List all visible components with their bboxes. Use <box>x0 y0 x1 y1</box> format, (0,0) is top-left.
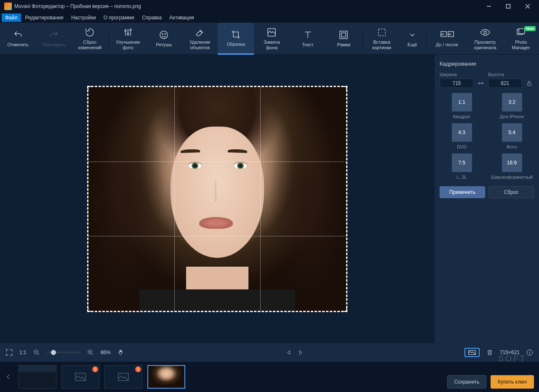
eye-icon <box>480 27 490 38</box>
ratio-label: DVD <box>457 144 467 149</box>
width-input[interactable] <box>440 79 474 88</box>
insert-icon <box>377 27 387 38</box>
filmstrip-prev[interactable] <box>3 365 13 389</box>
ratio-item-3-2[interactable]: 3:2Для iPhone <box>490 93 534 119</box>
menu-help[interactable]: Справка <box>139 13 165 22</box>
svg-marker-37 <box>287 350 290 354</box>
width-label: Ширина <box>440 72 474 77</box>
enhance-button[interactable]: Улучшение фото <box>110 23 146 55</box>
toolbar-separator <box>426 28 426 49</box>
crop-panel: Кадрирование Ширина Высота 1:1Квадрат3:2… <box>435 55 539 343</box>
undo-button[interactable]: Отменить <box>0 23 36 55</box>
reset-icon <box>85 27 95 38</box>
reset-button[interactable]: Сброс изменений <box>72 23 108 55</box>
thumbnail-1[interactable] <box>19 365 56 389</box>
photo-container[interactable] <box>87 86 347 312</box>
view-original-button[interactable]: Просмотр оригинала <box>467 23 503 55</box>
ratio-box: 1:1 <box>452 93 472 111</box>
thumbnail

-3[interactable]: ! <box>104 365 142 389</box>
menu-settings[interactable]: Настройки <box>68 13 99 22</box>
pan-button[interactable] <box>117 348 125 357</box>
zoom-out-button[interactable] <box>32 348 41 357</box>
window-controls <box>479 0 537 13</box>
frames-icon <box>339 29 349 40</box>
retouch-button[interactable]: Ретушь <box>146 23 182 55</box>
filmstrip: ! ! Сохранить Купить ключ <box>0 362 539 392</box>
maximize-button[interactable] <box>499 0 518 13</box>
crop-button[interactable]: Обрезка <box>218 23 253 55</box>
svg-point-5 <box>127 33 129 35</box>
undo-icon <box>13 29 23 40</box>
workspace: Кадрирование Ширина Высота 1:1Квадрат3:2… <box>0 55 539 343</box>
fullscreen-button[interactable] <box>5 348 13 357</box>
apply-button[interactable]: Применить <box>440 186 485 198</box>
retouch-icon <box>159 29 169 40</box>
warning-badge: ! <box>92 366 98 372</box>
save-button[interactable]: Сохранить <box>447 375 487 389</box>
text-button[interactable]: Текст <box>290 23 326 55</box>
ratio-label: Фото <box>507 144 517 149</box>
ratio-label: Широкоформатный <box>491 175 533 180</box>
toolbar-separator <box>363 28 363 49</box>
panel-title: Кадрирование <box>440 61 534 67</box>
ratio-item-1-1[interactable]: 1:1Квадрат <box>440 93 484 119</box>
height-label: Высота <box>488 72 522 77</box>
toolbar: Отменить Повторить Сброс изменений Улучш… <box>0 23 539 55</box>
ratio-item-5-4[interactable]: 5:4Фото <box>490 123 534 149</box>
zoom-slider[interactable] <box>47 352 80 353</box>
redo-button[interactable]: Повторить <box>36 23 72 55</box>
svg-rect-28 <box>528 83 531 85</box>
fit-button[interactable] <box>464 348 480 357</box>
svg-rect-27 <box>519 29 525 34</box>
replace-bg-button[interactable]: Замена фона <box>254 23 290 55</box>
warning-badge: ! <box>135 366 141 372</box>
canvas-area[interactable] <box>0 55 435 343</box>
one-to-one-button[interactable]: 1:1 <box>19 350 27 355</box>
menubar: Файл Редактирование Настройки О программ… <box>0 13 539 23</box>
photo-manager-button[interactable]: NewPhoto Manager <box>503 23 539 55</box>
replace-bg-icon <box>267 27 277 38</box>
ratio-label: Квадрат <box>453 114 471 119</box>
window-title: Movavi Фоторедактор – Пробная версия – n… <box>14 3 479 9</box>
menu-edit[interactable]: Редактирование <box>22 13 67 22</box>
close-button[interactable] <box>518 0 537 13</box>
dimensions-row: Ширина Высота <box>440 72 534 88</box>
menu-file[interactable]: Файл <box>2 13 21 22</box>
ratio-grid: 1:1Квадрат3:2Для iPhone4:3DVD5:4Фото7:5L… <box>440 93 534 180</box>
minimize-button[interactable] <box>479 0 499 13</box>
new-badge: New <box>524 26 536 31</box>
svg-point-14 <box>162 34 163 34</box>
frames-button[interactable]: Рамки <box>326 23 362 55</box>
svg-line-34 <box>91 354 93 355</box>
bottom-actions: Сохранить Купить ключ <box>447 375 534 389</box>
more-button[interactable]: Ещё <box>400 23 425 55</box>
height-input[interactable] <box>488 79 522 88</box>
thumbnail-2[interactable]: ! <box>61 365 99 389</box>
before-after-button[interactable]: До / после <box>427 23 467 55</box>
toolbar-separator <box>109 28 109 49</box>
remove-objects-button[interactable]: Удаление объектов <box>182 23 218 55</box>
svg-rect-1 <box>507 5 510 8</box>
swap-button[interactable] <box>476 79 486 88</box>
chevron-down-icon <box>408 29 416 40</box>
ratio-item-7-5[interactable]: 7:5L, 2L <box>440 154 484 180</box>
zoom-level: 86% <box>101 350 111 355</box>
insert-button[interactable]: Вставка картинки <box>364 23 400 55</box>
statusbar: 1:1 86% 715×621 <box>0 343 539 362</box>
lock-button[interactable] <box>525 79 534 88</box>
menu-about[interactable]: О программе <box>100 13 138 22</box>
thumbnail-4[interactable] <box>147 365 185 389</box>
photo <box>87 86 347 312</box>
svg-marker-38 <box>299 350 302 354</box>
next-button[interactable] <box>296 348 305 357</box>
menu-activation[interactable]: Активация <box>166 13 197 22</box>
ratio-box: 3:2 <box>502 93 522 111</box>
redo-icon <box>49 29 59 40</box>
ratio-item-16-9[interactable]: 16:9Широкоформатный <box>490 154 534 180</box>
reset-crop-button[interactable]: Сброс <box>488 186 534 198</box>
prev-button[interactable] <box>285 348 293 357</box>
ratio-item-4-3[interactable]: 4:3DVD <box>440 123 484 149</box>
buy-key-button[interactable]: Купить ключ <box>491 375 534 389</box>
zoom-in-button[interactable] <box>86 348 95 357</box>
panel-actions: Применить Сброс <box>440 186 534 198</box>
